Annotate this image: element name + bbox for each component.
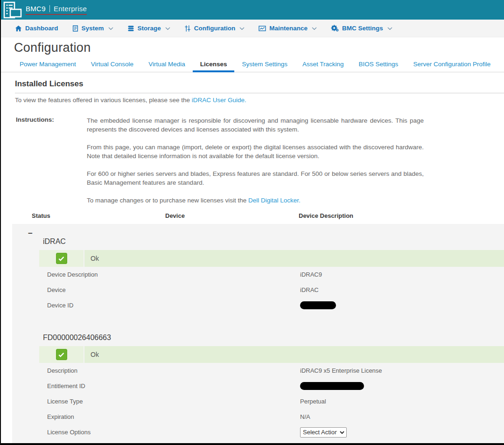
license-group-fd00000026406663: FD00000026406663OkDescriptioniDRAC9 x5 E… [12, 334, 504, 440]
tab-system-settings[interactable]: System Settings [234, 58, 295, 72]
detail-row-device-id: Device ID [12, 298, 504, 313]
license-options-select-wrap: Select Action [300, 427, 347, 438]
status-label: Ok [84, 346, 99, 363]
licenses-table-header: StatusDeviceDevice Description [1, 205, 504, 224]
brand-name: BMC9 [26, 5, 46, 13]
idrac-user-guide-link[interactable]: iDRAC User Guide. [192, 97, 246, 104]
detail-label: Description [47, 367, 300, 374]
detail-row-device: DeviceiDRAC [12, 282, 504, 298]
nav-item-label: BMC Settings [342, 25, 383, 32]
detail-row-expiration: ExpirationN/A [12, 409, 504, 424]
system-icon [72, 25, 78, 32]
tab-bios-settings[interactable]: BIOS Settings [351, 58, 406, 72]
main-nav: DashboardSystemStorageConfigurationMaint… [1, 20, 504, 37]
instructions-paragraph: The embedded license manager is responsi… [87, 116, 424, 134]
status-label: Ok [84, 250, 99, 267]
detail-label: Device Description [47, 271, 300, 278]
detail-row-license-options: License OptionsSelect Action [12, 424, 504, 440]
tab-virtual-console[interactable]: Virtual Console [84, 58, 141, 72]
detail-value: iDRAC9 x5 Enterprise License [300, 367, 504, 374]
detail-value: N/A [300, 413, 504, 420]
brand-separator [49, 5, 50, 12]
section-divider [15, 93, 504, 93]
tab-asset-tracking[interactable]: Asset Tracking [295, 58, 351, 72]
nav-item-storage[interactable]: Storage [127, 25, 170, 32]
instructions-closing: To manage changes or to purchase new lic… [87, 196, 424, 205]
nav-item-system[interactable]: System [72, 25, 113, 32]
tab-virtual-media[interactable]: Virtual Media [141, 58, 193, 72]
intro-text: To view the features offered in various … [15, 97, 504, 104]
nav-item-label: Dashboard [25, 25, 58, 32]
detail-label: License Options [47, 429, 300, 436]
detail-row-device-description: Device DescriptioniDRAC9 [12, 267, 504, 282]
detail-label: Device ID [47, 302, 300, 309]
status-ok-check-icon [56, 253, 67, 264]
section-title: Installed Licenses [15, 79, 504, 89]
brand-edition: Enterprise [54, 5, 87, 13]
redacted-value [300, 301, 336, 309]
detail-value: iDRAC9 [300, 271, 504, 278]
column-header-device: Device [165, 212, 299, 219]
tab-server-configuration-profile[interactable]: Server Configuration Profile [406, 58, 498, 72]
bottom-edge-bar [1, 443, 504, 445]
instructions-paragraph: For 600 or higher series servers and bla… [87, 169, 424, 187]
detail-label: Expiration [47, 413, 300, 420]
detail-label: License Type [47, 398, 300, 405]
column-header-status: Status [32, 212, 165, 219]
group-title: FD00000026406663 [43, 334, 504, 342]
detail-value: iDRAC [300, 286, 504, 293]
status-row: Ok [39, 250, 504, 267]
nav-item-label: Maintenance [269, 25, 308, 32]
nav-item-label: Storage [138, 25, 161, 32]
instructions-body: The embedded license manager is responsi… [87, 116, 424, 205]
sliders-icon [184, 25, 191, 32]
licenses-table-body: −iDRACOkDevice DescriptioniDRAC9DeviceiD… [12, 224, 504, 443]
app-window: BMC9 Enterprise DashboardSystemStorageCo… [0, 0, 504, 445]
dell-digital-locker-link[interactable]: Dell Digital Locker. [248, 197, 301, 204]
detail-label: Entitlement ID [47, 382, 300, 389]
chevron-down-icon [312, 27, 317, 30]
tab-licenses[interactable]: Licenses [193, 58, 235, 72]
detail-value [300, 382, 504, 390]
license-group-idrac: iDRACOkDevice DescriptioniDRAC9DeviceiDR… [12, 237, 504, 313]
detail-value [300, 301, 504, 309]
column-header-device-description: Device Description [299, 212, 504, 219]
nav-item-maintenance[interactable]: Maintenance [259, 25, 317, 32]
chevron-down-icon [387, 27, 392, 30]
brand-underline [26, 14, 87, 15]
nav-item-configuration[interactable]: Configuration [184, 25, 245, 32]
detail-value: Perpetual [300, 398, 504, 405]
page-title: Configuration [14, 41, 504, 55]
group-title: iDRAC [43, 237, 504, 246]
gear-icon [331, 25, 339, 32]
nav-item-label: Configuration [194, 25, 235, 32]
nav-item-dashboard[interactable]: Dashboard [15, 25, 58, 32]
masthead: BMC9 Enterprise [1, 0, 504, 20]
instructions-label: Instructions: [16, 116, 87, 205]
status-cell [39, 250, 84, 267]
detail-value: Select Action [300, 427, 504, 438]
home-icon [15, 25, 22, 32]
nav-item-label: System [82, 25, 104, 32]
detail-label: Device [47, 286, 300, 293]
chevron-down-icon [108, 27, 113, 30]
status-row: Ok [39, 346, 504, 363]
status-ok-check-icon [56, 349, 67, 360]
redacted-value [300, 382, 364, 390]
maintenance-icon [259, 25, 266, 32]
tab-power-management[interactable]: Power Management [12, 58, 84, 72]
brand-home-link[interactable]: BMC9 Enterprise [3, 1, 87, 19]
detail-row-entitlement-id: Entitlement ID [12, 378, 504, 394]
tab-bar: Power ManagementVirtual ConsoleVirtual M… [1, 58, 504, 72]
detail-row-description: DescriptioniDRAC9 x5 Enterprise License [12, 363, 504, 378]
chevron-down-icon [239, 27, 245, 30]
collapse-minus-icon[interactable]: − [28, 229, 33, 238]
nav-item-bmc-settings[interactable]: BMC Settings [331, 25, 392, 32]
bmc-logo-icon [3, 1, 22, 19]
detail-row-license-type: License TypePerpetual [12, 394, 504, 409]
page-content: Configuration Power ManagementVirtual Co… [1, 37, 504, 443]
chevron-down-icon [165, 27, 170, 30]
license-options-select[interactable]: Select Action [300, 427, 347, 438]
storage-icon [127, 25, 134, 32]
instructions-paragraph: From this page, you can manage (import, … [87, 143, 424, 160]
